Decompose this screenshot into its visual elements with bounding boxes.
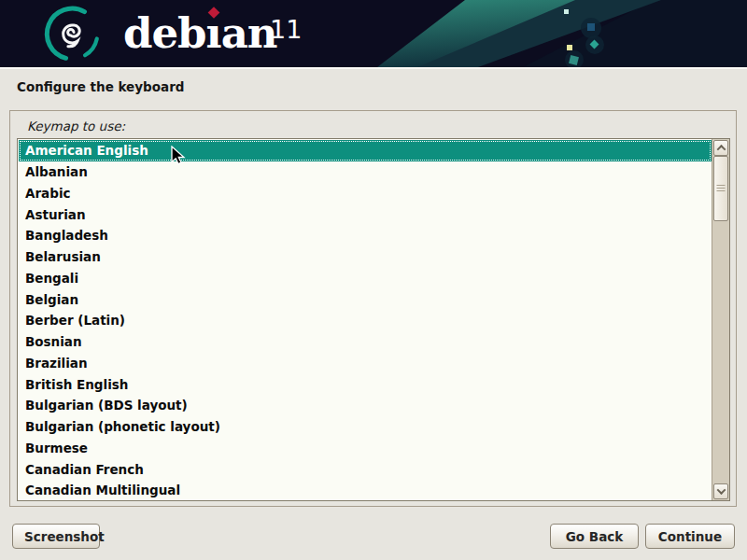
continue-button[interactable]: Continue [645, 524, 735, 549]
vertical-scrollbar[interactable] [712, 139, 729, 500]
list-item-label: Canadian French [25, 462, 144, 477]
list-item-label: Arabic [25, 186, 71, 201]
list-item[interactable]: Bangladesh [19, 225, 712, 246]
debian-swirl-logo [41, 3, 103, 64]
scrollbar-thumb[interactable] [713, 156, 728, 221]
list-item[interactable]: Arabic [19, 183, 712, 204]
brand-version: 11 [270, 16, 302, 44]
chevron-down-icon [716, 485, 726, 495]
list-item-label: Brazilian [25, 356, 88, 371]
scroll-down-button[interactable] [713, 483, 728, 499]
list-item[interactable]: Bulgarian (phonetic layout) [19, 416, 712, 438]
list-item[interactable]: Berber (Latin) [19, 310, 712, 331]
list-item[interactable]: Bulgarian (BDS layout) [19, 395, 712, 416]
thumb-grip-icon [717, 185, 726, 192]
go-back-button[interactable]: Go Back [550, 524, 639, 549]
list-item[interactable]: Canadian Multilingual [19, 480, 712, 499]
list-item[interactable]: Albanian [19, 161, 712, 183]
list-item[interactable]: British English [19, 373, 712, 395]
list-item[interactable]: Belarusian [19, 246, 712, 268]
list-item-label: Berber (Latin) [25, 313, 125, 328]
list-item-label: Albanian [25, 164, 88, 179]
banner-artwork [0, 0, 747, 67]
list-item-label: Burmese [25, 441, 88, 455]
list-item[interactable]: Bosnian [19, 331, 712, 353]
list-item[interactable]: Canadian French [19, 458, 712, 480]
list-item-label: Belarusian [25, 249, 101, 264]
list-item-label: American English [25, 143, 148, 158]
list-item[interactable]: American English [19, 140, 712, 161]
list-item-label: Bangladesh [25, 228, 108, 243]
list-item[interactable]: Asturian [19, 203, 712, 225]
question-label: Keymap to use: [27, 119, 125, 133]
keymap-panel: Keymap to use: American EnglishAlbanianA… [9, 110, 737, 507]
list-item-label: Bosnian [25, 334, 82, 349]
list-item[interactable]: Bengali [19, 268, 712, 289]
page-title: Configure the keyboard [17, 79, 184, 94]
scroll-up-button[interactable] [713, 140, 728, 156]
debian-i-diamond-icon [207, 7, 219, 19]
keymap-list[interactable]: American EnglishAlbanianArabicAsturianBa… [17, 138, 730, 501]
screenshot-button[interactable]: Screenshot [12, 524, 100, 549]
list-item[interactable]: Belgian [19, 288, 712, 310]
list-item-label: Bengali [25, 271, 78, 286]
installer-banner: debıan 11 [0, 0, 747, 69]
list-item[interactable]: Brazilian [19, 353, 712, 374]
brand: debıan 11 [123, 4, 277, 63]
keymap-rows: American EnglishAlbanianArabicAsturianBa… [19, 140, 712, 499]
list-item-label: British English [25, 377, 128, 392]
list-item[interactable]: Burmese [19, 438, 712, 459]
brand-name: debıan [123, 8, 277, 58]
list-item-label: Bulgarian (BDS layout) [25, 398, 188, 413]
list-item-label: Canadian Multilingual [25, 483, 180, 497]
chevron-up-icon [716, 145, 726, 154]
list-item-label: Bulgarian (phonetic layout) [25, 419, 220, 434]
list-item-label: Asturian [25, 207, 86, 222]
list-item-label: Belgian [25, 292, 78, 307]
